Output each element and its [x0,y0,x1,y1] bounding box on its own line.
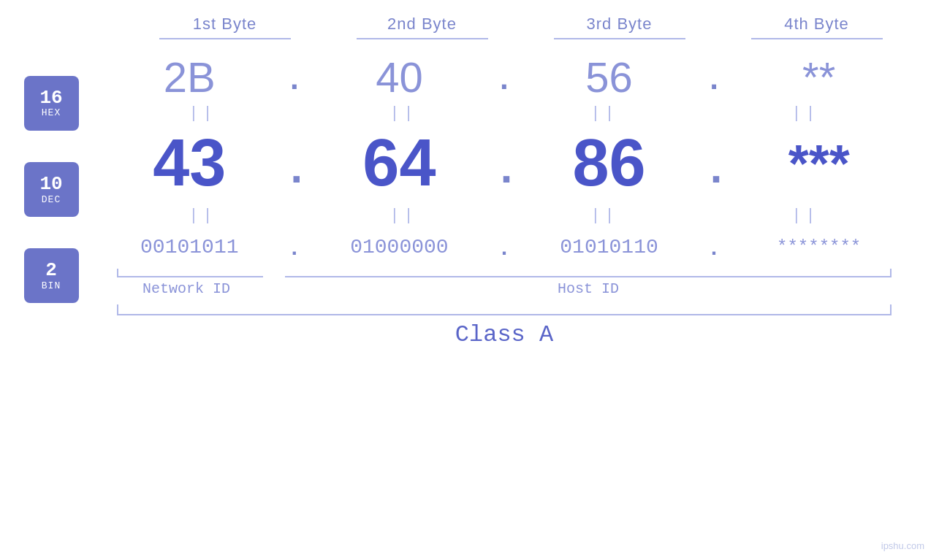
bin-byte-4: ******** [739,237,900,257]
equals-row-2: || || || || [102,207,906,225]
dot-1-hex: . [284,64,305,99]
equals-row-1: || || || || [102,104,906,123]
badge-dec: 10 DEC [24,162,79,217]
dec-byte-2: 64 [319,126,479,201]
hex-byte-1: 2B [109,53,270,101]
hex-byte-2: 40 [319,53,479,101]
network-id-label: Network ID [102,280,270,297]
dec-byte-4: *** [739,134,900,193]
byte-header-1: 1st Byte [145,15,305,39]
main-container: 1st Byte 2nd Byte 3rd Byte 4th Byte 16 H… [0,0,939,560]
bin-byte-3: 01010110 [529,236,690,258]
byte-header-2: 2nd Byte [342,15,503,39]
class-label: Class A [102,321,906,348]
dot-3-bin: . [703,237,725,261]
dot-3-hex: . [703,64,725,99]
host-bracket [285,269,892,277]
watermark: ipshu.com [881,540,924,551]
dec-row: 43 . 64 . 86 . *** [102,126,906,201]
eq-4: || [726,104,886,123]
content-area: 16 HEX 10 DEC 2 BIN 2B . 40 . 56 . ** [0,53,939,348]
class-bracket [117,304,892,315]
network-bracket [117,269,263,277]
sub-bracket-row [102,269,906,277]
eq-2: || [324,104,484,123]
eq-3: || [525,104,685,123]
badge-bin: 2 BIN [24,248,79,303]
id-labels-row: Network ID Host ID [102,280,906,297]
values-grid: 2B . 40 . 56 . ** || || || || 43 . 64 . [102,53,939,348]
bin-byte-2: 01000000 [319,236,479,258]
eq-7: || [525,207,685,225]
host-id-label: Host ID [270,280,906,297]
dot-1-dec: . [284,146,305,196]
hex-byte-4: ** [739,53,900,101]
eq-1: || [123,104,284,123]
hex-row: 2B . 40 . 56 . ** [102,53,906,101]
eq-6: || [324,207,484,225]
eq-8: || [726,207,886,225]
dot-3-dec: . [703,146,725,196]
dot-2-bin: . [493,237,515,261]
dot-2-dec: . [493,146,515,196]
dec-byte-3: 86 [529,126,690,201]
bin-row: 00101011 . 01000000 . 01010110 . *******… [102,232,906,261]
badges-column: 16 HEX 10 DEC 2 BIN [0,53,102,348]
eq-5: || [123,207,284,225]
byte-headers: 1st Byte 2nd Byte 3rd Byte 4th Byte [126,15,916,39]
bin-byte-1: 00101011 [109,236,270,258]
hex-byte-3: 56 [529,53,690,101]
badge-hex: 16 HEX [24,76,79,131]
byte-header-4: 4th Byte [737,15,897,39]
byte-header-3: 3rd Byte [539,15,700,39]
dot-2-hex: . [493,64,515,99]
dot-1-bin: . [284,237,305,261]
dec-byte-1: 43 [109,126,270,201]
